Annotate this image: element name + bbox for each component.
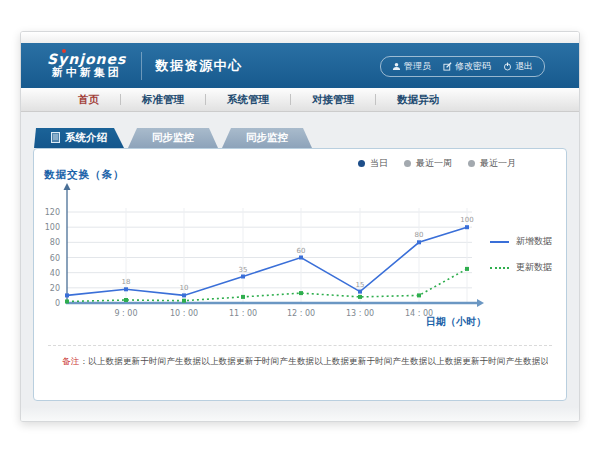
svg-text:120: 120 xyxy=(45,208,60,217)
logo-text-cn: 新中新集团 xyxy=(47,67,126,80)
nav-item-system-mgmt[interactable]: 系统管理 xyxy=(206,93,290,107)
option-today[interactable]: 当日 xyxy=(358,157,388,170)
tab-sync-monitor-1[interactable]: 同步监控 xyxy=(128,128,218,148)
main-nav: 首页 标准管理 系统管理 对接管理 数据异动 xyxy=(21,88,579,112)
svg-text:35: 35 xyxy=(239,266,248,274)
logout-button[interactable]: 退出 xyxy=(503,60,533,73)
option-last-month[interactable]: 最近一月 xyxy=(468,157,516,170)
logo-text-en: Synjones xyxy=(47,51,126,67)
svg-text:20: 20 xyxy=(50,284,60,293)
content-bottom-fade xyxy=(21,407,579,422)
nav-item-interface-mgmt[interactable]: 对接管理 xyxy=(291,93,375,107)
change-password-label: 修改密码 xyxy=(455,60,491,73)
svg-text:18: 18 xyxy=(122,278,131,286)
tab-system-intro[interactable]: 系统介绍 xyxy=(34,128,124,148)
nav-item-data-change[interactable]: 数据异动 xyxy=(376,93,460,107)
svg-text:80: 80 xyxy=(415,231,424,239)
app-header: Synjones 新中新集团 数据资源中心 管理员 修改密码 xyxy=(21,43,579,88)
radio-icon xyxy=(468,160,475,167)
chart-legend: 新增数据 更新数据 xyxy=(490,235,552,274)
svg-text:40: 40 xyxy=(50,269,60,278)
svg-text:60: 60 xyxy=(297,247,306,255)
edit-icon xyxy=(443,62,452,71)
data-exchange-line-chart: 0204060801001209 : 0010 : 0011 : 0012 : … xyxy=(34,179,534,354)
company-logo: Synjones 新中新集团 xyxy=(47,51,126,80)
nav-item-standard-mgmt[interactable]: 标准管理 xyxy=(121,93,205,107)
svg-text:100: 100 xyxy=(460,216,473,224)
chart-panel: 当日 最近一周 最近一月 数据交换（条） 0204060801001209 : … xyxy=(33,148,567,401)
svg-text:0: 0 xyxy=(55,299,60,308)
tab-sync-monitor-2[interactable]: 同步监控 xyxy=(222,128,312,148)
svg-text:日期（小时）: 日期（小时） xyxy=(426,316,486,327)
nav-item-home[interactable]: 首页 xyxy=(57,93,120,107)
user-menu: 管理员 修改密码 退出 xyxy=(380,56,545,77)
note-label: 备注 xyxy=(62,356,79,366)
header-divider xyxy=(141,52,142,80)
legend-line-sample xyxy=(490,241,509,243)
tab-label: 系统介绍 xyxy=(65,131,107,145)
page-title: 数据资源中心 xyxy=(155,57,242,75)
power-icon xyxy=(503,62,512,71)
legend-item-new-data: 新增数据 xyxy=(490,235,552,248)
time-range-options: 当日 最近一周 最近一月 xyxy=(358,157,516,170)
note-text: ：以上数据更新于时间产生数据以上数据更新于时间产生数据以上数据更新于时间产生数据… xyxy=(79,356,548,366)
svg-text:9 : 00: 9 : 00 xyxy=(114,309,137,318)
svg-text:60: 60 xyxy=(50,254,60,263)
change-password-button[interactable]: 修改密码 xyxy=(443,60,491,73)
svg-text:100: 100 xyxy=(45,223,60,232)
logout-label: 退出 xyxy=(515,60,533,73)
content-area: 系统介绍 同步监控 同步监控 当日 最近一周 xyxy=(21,112,579,422)
user-icon xyxy=(392,62,401,71)
option-last-week[interactable]: 最近一周 xyxy=(404,157,452,170)
svg-text:80: 80 xyxy=(50,238,60,247)
document-icon xyxy=(51,132,60,145)
footer-note: 备注：以上数据更新于时间产生数据以上数据更新于时间产生数据以上数据更新于时间产生… xyxy=(62,356,548,368)
app-window: Synjones 新中新集团 数据资源中心 管理员 修改密码 xyxy=(20,31,580,422)
legend-line-sample xyxy=(490,267,509,269)
legend-item-updated-data: 更新数据 xyxy=(490,261,552,274)
svg-text:13 : 00: 13 : 00 xyxy=(346,309,374,318)
tab-label: 同步监控 xyxy=(152,131,194,145)
tab-bar: 系统介绍 同步监控 同步监控 xyxy=(34,128,567,148)
radio-icon xyxy=(358,160,365,167)
tab-label: 同步监控 xyxy=(246,131,288,145)
svg-text:10 : 00: 10 : 00 xyxy=(170,309,198,318)
svg-text:10: 10 xyxy=(180,284,189,292)
current-user-button[interactable]: 管理员 xyxy=(392,60,431,73)
svg-text:11 : 00: 11 : 00 xyxy=(229,309,257,318)
user-name-label: 管理员 xyxy=(404,60,431,73)
svg-text:12 : 00: 12 : 00 xyxy=(287,309,315,318)
window-top-strip xyxy=(21,32,579,43)
note-divider xyxy=(48,345,552,346)
svg-text:15: 15 xyxy=(356,281,365,289)
radio-icon xyxy=(404,160,411,167)
